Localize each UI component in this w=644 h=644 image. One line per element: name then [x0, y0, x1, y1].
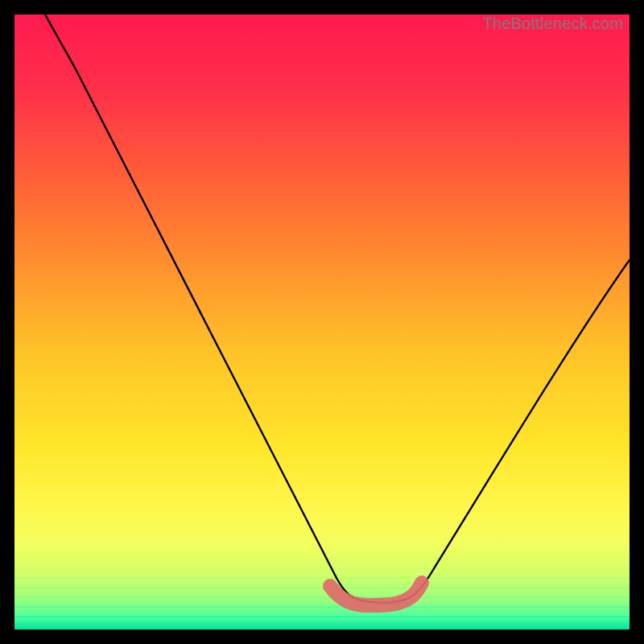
chart-frame: TheBottleneck.com	[14, 14, 630, 630]
gradient-background	[14, 14, 630, 630]
bottleneck-chart	[14, 14, 630, 630]
watermark-text: TheBottleneck.com	[482, 14, 623, 33]
